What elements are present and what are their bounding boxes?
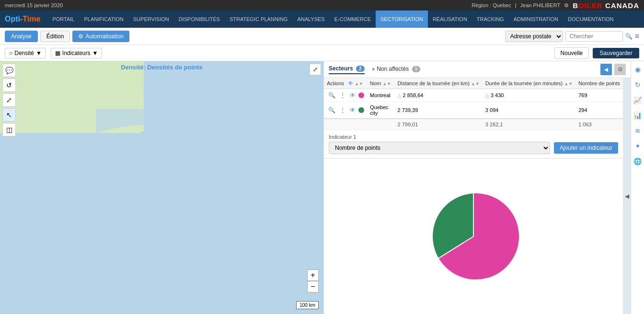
col-duree[interactable]: Durée de la tournée (en minutes) ▲▼: [483, 78, 575, 89]
nav-strategic[interactable]: STRATEGIC PLANNING: [225, 11, 292, 28]
density-chevron: ▼: [36, 50, 42, 56]
tab-analyse[interactable]: Analyse: [5, 31, 38, 42]
nav-portail[interactable]: PORTAIL: [47, 11, 79, 28]
map-comment-tool[interactable]: 💬: [2, 64, 16, 77]
topbar-settings-icon[interactable]: ⚙: [564, 2, 569, 9]
main-toolbar: Analyse Édition ⚙ Automatisation Adresse…: [0, 28, 644, 45]
nav-disponibilites[interactable]: DISPONIBILITÉS: [174, 11, 225, 28]
sectors-header: Secteurs 2 ● Non affectés 9 ◄ ⚙: [324, 61, 631, 78]
zoom-out-button[interactable]: −: [307, 281, 319, 292]
sidebar-icon-linechart[interactable]: 📈: [632, 94, 644, 106]
indicator-row: Nombre de points Distance Durée Ajouter …: [329, 142, 618, 154]
more-icon-quebec[interactable]: ⋮: [338, 106, 347, 114]
address-select[interactable]: Adresse postale: [505, 31, 563, 42]
duration-quebec: 3 094: [483, 102, 575, 119]
indicators-dropdown[interactable]: ▦ Indicateurs ▼: [51, 48, 103, 58]
sectors-controls: ◄ ⚙: [600, 64, 626, 75]
non-affectes-count: 9: [412, 66, 421, 72]
col-points[interactable]: Nombre de points: [575, 78, 623, 89]
sidebar-icon-refresh[interactable]: ↻: [632, 79, 644, 90]
map-expand-button[interactable]: ⤢: [310, 64, 321, 75]
scale-label: 100 km: [296, 301, 319, 309]
indicator-select[interactable]: Nombre de points Distance Durée: [329, 142, 550, 154]
indicators-label: Indicateurs: [62, 50, 91, 56]
nav-documentation[interactable]: DOCUMENTATION: [563, 11, 619, 28]
duration-montreal: △ 3 430: [483, 89, 575, 102]
sectors-table: Actions 👁 ▲▼ Nom ▲▼ Distance de la tourn: [324, 78, 623, 130]
map-container: Québec Ottawa Montpelier Augusta Frede..…: [0, 61, 323, 314]
navbar: Opti-Time PORTAIL PLANIFICATION SUPERVIS…: [0, 11, 644, 28]
nav-tracking[interactable]: TRACKING: [472, 11, 509, 28]
map-scale: 100 km: [296, 301, 319, 309]
map-layers-tool[interactable]: ◫: [2, 123, 16, 136]
tab-edition[interactable]: Édition: [40, 31, 70, 42]
nav-planification[interactable]: PLANIFICATION: [79, 11, 128, 28]
add-indicator-button[interactable]: Ajouter un indicateur: [554, 142, 618, 154]
eye-icon-montreal[interactable]: 👁: [348, 91, 357, 99]
right-sidebar: ◉ ↻ 📈 📊 ≋ ✦ 🌐: [631, 61, 644, 314]
chart-section: [324, 158, 623, 314]
map-tools: 💬 ↺ ⤢ ↖ ◫: [2, 64, 16, 136]
sidebar-icon-globe[interactable]: 🌐: [632, 156, 644, 167]
tab-non-affectes[interactable]: ● Non affectés 9: [372, 66, 421, 74]
automatisation-button[interactable]: ⚙ Automatisation: [72, 31, 129, 42]
nav-supervision[interactable]: SUPERVISION: [128, 11, 174, 28]
toolbar-left: Analyse Édition ⚙ Automatisation: [5, 31, 129, 42]
more-icon-montreal[interactable]: ⋮: [338, 91, 347, 99]
density-icon: ○: [9, 50, 12, 56]
collapse-panel[interactable]: ◀: [623, 78, 631, 314]
nav-sectorisation[interactable]: SECTORISATION: [376, 11, 428, 28]
nav-administration[interactable]: ADMINISTRATION: [509, 11, 563, 28]
search-icon[interactable]: 🔍: [625, 33, 632, 40]
sectors-tabs: Secteurs 2 ● Non affectés 9: [329, 65, 420, 74]
sauvegarder-button[interactable]: Sauvegarder: [593, 48, 639, 58]
main-content: Québec Ottawa Montpelier Augusta Frede..…: [0, 61, 644, 314]
col-actions[interactable]: Actions 👁 ▲▼: [324, 78, 367, 89]
toolbar-right: Adresse postale 🔍 ≡: [505, 31, 639, 42]
topbar: mercredi 15 janvier 2020 Région : Quebec…: [0, 0, 644, 11]
brand-canada: CANADA: [603, 1, 639, 10]
menu-icon[interactable]: ≡: [635, 32, 639, 41]
color-dot-montreal: [358, 92, 364, 98]
nav-analyses[interactable]: ANALYSES: [292, 11, 329, 28]
tab-secteurs[interactable]: Secteurs 2: [329, 65, 365, 74]
sidebar-icon-table[interactable]: ≋: [632, 125, 644, 136]
brand-logo: BOILER CANADA: [573, 1, 639, 10]
zoom-icon-montreal[interactable]: 🔍: [327, 91, 337, 99]
search-area: Adresse postale 🔍 ≡: [505, 31, 639, 42]
density-dropdown[interactable]: ○ Densité ▼: [5, 48, 46, 58]
col-eye-icon[interactable]: 👁: [348, 80, 353, 86]
zoom-in-button[interactable]: +: [307, 269, 319, 281]
table-row: 🔍 ⋮ 👁 Quebec city 2 739,39 3 094 294: [324, 102, 623, 119]
sectors-expand-button[interactable]: ◄: [600, 64, 612, 75]
sidebar-icon-barchart[interactable]: 📊: [632, 110, 644, 121]
nouvelle-button[interactable]: Nouvelle: [554, 47, 589, 59]
nav-realisation[interactable]: RÉALISATION: [428, 11, 472, 28]
indicators-chevron: ▼: [92, 50, 98, 56]
panel-content: Actions 👁 ▲▼ Nom ▲▼ Distance de la tourn: [324, 78, 623, 314]
points-quebec: 294: [575, 102, 623, 119]
sidebar-icon-donut[interactable]: ◉: [632, 64, 644, 75]
summary-points: 1 063: [575, 119, 623, 130]
col-distance[interactable]: Distance de la tournée (en km) ▲▼: [395, 78, 483, 89]
topbar-right: Région : Quebec | Jean PHILIBERT ⚙ BOILE…: [472, 1, 639, 10]
search-input[interactable]: [565, 31, 623, 42]
map-pointer-tool[interactable]: ↖: [2, 108, 16, 122]
zoom-icon-quebec[interactable]: 🔍: [327, 106, 337, 114]
indicators-icon: ▦: [55, 50, 60, 56]
auto-icon: ⚙: [78, 33, 83, 40]
map-fullscreen-tool[interactable]: ⤢: [2, 93, 16, 107]
sectors-settings-button[interactable]: ⚙: [614, 64, 626, 75]
eye-icon-quebec[interactable]: 👁: [348, 106, 357, 114]
name-quebec: Quebec city: [367, 102, 395, 119]
summary-distance: 2 799,01: [395, 119, 483, 130]
col-nom[interactable]: Nom ▲▼: [367, 78, 395, 89]
map-title: Densité: Densités de points: [121, 64, 202, 71]
secteurs-count: 2: [356, 66, 365, 72]
nav-ecommerce[interactable]: E-COMMERCE: [330, 11, 376, 28]
sidebar-icon-star[interactable]: ✦: [632, 140, 644, 152]
map-undo-tool[interactable]: ↺: [2, 78, 16, 92]
summary-duration: 3 262,1: [483, 119, 575, 130]
warning-distance-montreal: △: [398, 93, 402, 98]
zoom-controls: + −: [307, 269, 319, 292]
